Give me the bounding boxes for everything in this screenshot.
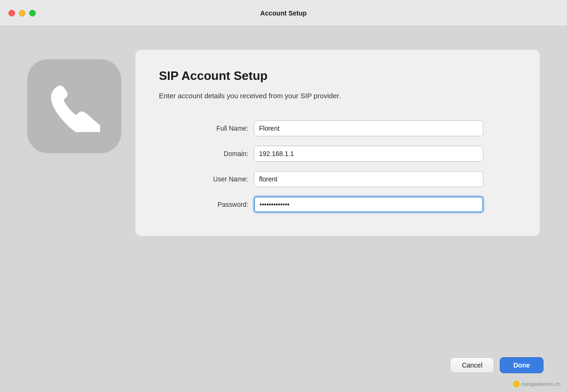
watermark: mesgeekeries.ch (513, 381, 560, 387)
icon-area (27, 59, 121, 153)
phone-icon (48, 80, 100, 132)
password-input[interactable] (254, 196, 483, 212)
user-name-row: User Name: (192, 171, 483, 187)
user-name-input[interactable] (254, 171, 483, 187)
form-fields: Full Name: Domain: User Name: Password: (192, 120, 483, 212)
maximize-button[interactable] (29, 10, 36, 16)
title-bar: Account Setup (0, 0, 567, 26)
done-button[interactable]: Done (500, 357, 543, 373)
form-panel: SIP Account Setup Enter account details … (135, 50, 540, 236)
traffic-lights (8, 10, 36, 16)
full-name-input[interactable] (254, 120, 483, 136)
domain-input[interactable] (254, 146, 483, 162)
full-name-label: Full Name: (192, 125, 248, 132)
domain-row: Domain: (192, 146, 483, 162)
close-button[interactable] (8, 10, 15, 16)
user-name-label: User Name: (192, 175, 248, 183)
watermark-text: mesgeekeries.ch (521, 381, 560, 387)
app-icon (27, 59, 121, 153)
minimize-button[interactable] (19, 10, 25, 16)
full-name-row: Full Name: (192, 120, 483, 136)
password-row: Password: (192, 196, 483, 212)
watermark-sun-icon (513, 381, 520, 387)
password-label: Password: (192, 201, 248, 208)
domain-label: Domain: (192, 150, 248, 157)
form-title: SIP Account Setup (159, 69, 516, 83)
form-description: Enter account details you received from … (159, 91, 516, 102)
window-title: Account Setup (260, 9, 307, 17)
cancel-button[interactable]: Cancel (450, 357, 494, 373)
main-area: SIP Account Setup Enter account details … (0, 26, 567, 357)
button-area: Cancel Done (0, 357, 567, 392)
